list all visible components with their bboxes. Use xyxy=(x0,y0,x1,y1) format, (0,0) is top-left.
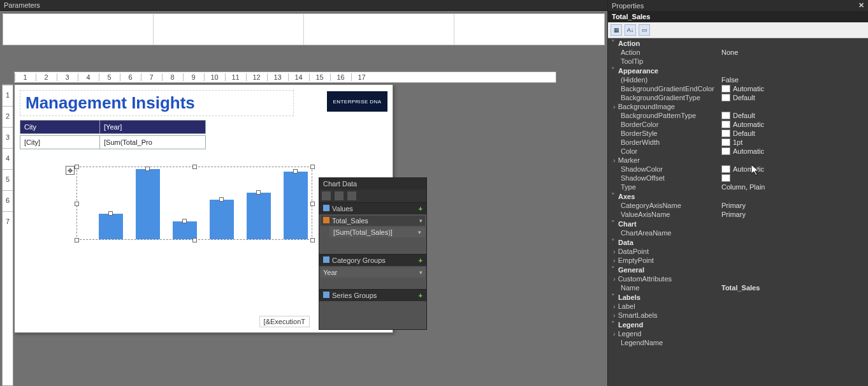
property-value[interactable]: Column, Plain xyxy=(719,183,868,191)
property-row[interactable]: BorderStyleDefault xyxy=(608,129,868,138)
add-value-icon[interactable]: + xyxy=(419,205,423,212)
property-group-label[interactable]: Legend xyxy=(618,321,643,329)
property-row[interactable]: ActionNone xyxy=(608,48,868,57)
alphabetical-view-button[interactable]: A↓ xyxy=(625,24,636,36)
selection-handle[interactable] xyxy=(75,202,79,206)
dropdown-caret-icon[interactable]: ▾ xyxy=(418,229,421,235)
expand-icon[interactable]: ˅ xyxy=(608,320,618,329)
category-item-year[interactable]: Year ▾ xyxy=(321,267,425,278)
property-row[interactable]: ›Label xyxy=(608,302,868,311)
values-well[interactable]: Total_Sales ▾ [Sum(Total_Sales)] ▾ xyxy=(319,214,426,254)
property-row[interactable]: BackgroundGradientEndColorAutomatic xyxy=(608,84,868,93)
series-well[interactable] xyxy=(319,301,426,329)
chart-bar[interactable] xyxy=(210,200,234,239)
logo-image[interactable]: ENTERPRISE DNA xyxy=(327,91,387,112)
values-item-aggregate[interactable]: [Sum(Total_Sales)] ▾ xyxy=(329,227,425,237)
dropdown-caret-icon[interactable]: ▾ xyxy=(419,218,423,224)
table-header-year[interactable]: [Year] xyxy=(100,121,205,133)
property-row[interactable]: ToolTip xyxy=(608,57,868,66)
param-cell[interactable] xyxy=(3,14,154,45)
design-surface[interactable]: 1234567891011121314151617 1234567 Manage… xyxy=(0,47,607,386)
expand-icon[interactable]: ˅ xyxy=(608,219,618,228)
selection-handle[interactable] xyxy=(192,165,197,169)
expand-icon[interactable]: ˅ xyxy=(608,192,618,200)
toolbar-icon[interactable] xyxy=(322,191,331,200)
property-row[interactable]: ›Legend xyxy=(608,329,868,338)
property-value[interactable]: Default xyxy=(719,112,868,119)
chart-bar[interactable] xyxy=(247,193,271,239)
move-handle-icon[interactable]: ✥ xyxy=(66,166,75,175)
selection-handle[interactable] xyxy=(192,238,197,242)
property-value[interactable]: Automatic xyxy=(719,147,868,155)
property-value[interactable]: None xyxy=(719,48,868,56)
expand-icon[interactable]: ˅ xyxy=(608,238,618,246)
table-row[interactable]: [City] [Sum(Total_Pro xyxy=(20,135,206,149)
property-value[interactable]: Total_Sales xyxy=(719,284,868,292)
property-value[interactable]: Primary xyxy=(719,211,868,218)
property-group-label[interactable]: General xyxy=(618,266,644,274)
property-row[interactable]: ChartAreaName xyxy=(608,228,868,237)
property-value[interactable]: Automatic xyxy=(719,165,868,173)
bar-node-handle[interactable] xyxy=(182,219,187,223)
property-row[interactable]: ValueAxisNamePrimary xyxy=(608,210,868,219)
selection-handle[interactable] xyxy=(310,238,315,242)
report-title[interactable]: Management Insights xyxy=(20,90,294,116)
param-cell[interactable] xyxy=(304,14,454,45)
property-row[interactable]: ColorAutomatic xyxy=(608,147,868,156)
add-series-icon[interactable]: + xyxy=(419,292,423,299)
bar-node-handle[interactable] xyxy=(145,167,150,171)
param-cell[interactable] xyxy=(154,14,304,45)
property-value[interactable]: Default xyxy=(719,94,868,101)
property-row[interactable]: ShadowColorAutomatic xyxy=(608,165,868,174)
table-cell-city[interactable]: [City] xyxy=(20,136,100,149)
properties-object-name[interactable]: Total_Sales xyxy=(608,11,868,22)
add-category-icon[interactable]: + xyxy=(419,256,423,264)
property-value[interactable]: 1pt xyxy=(719,138,868,146)
table-cell-total[interactable]: [Sum(Total_Pro xyxy=(100,136,205,149)
values-item-total-sales[interactable]: Total_Sales ▾ xyxy=(321,216,425,226)
expand-icon[interactable]: ˅ xyxy=(608,39,618,47)
property-row[interactable]: (Hidden)False xyxy=(608,75,868,84)
property-row[interactable]: BorderColorAutomatic xyxy=(608,120,868,129)
execution-time-textbox[interactable]: [&ExecutionT xyxy=(259,316,310,327)
property-row[interactable]: TypeColumn, Plain xyxy=(608,182,868,191)
property-pages-button[interactable]: ▭ xyxy=(639,24,650,36)
parameters-grid[interactable] xyxy=(3,13,605,45)
property-value[interactable]: Default xyxy=(719,130,868,137)
expand-icon[interactable]: ˅ xyxy=(608,66,618,75)
bar-node-handle[interactable] xyxy=(108,211,113,216)
selection-handle[interactable] xyxy=(75,238,79,242)
toolbar-icon[interactable] xyxy=(347,191,356,200)
property-row[interactable]: ›Marker xyxy=(608,156,868,165)
property-row[interactable]: LegendName xyxy=(608,338,868,347)
property-group-label[interactable]: Axes xyxy=(618,193,635,200)
property-group-label[interactable]: Appearance xyxy=(618,67,658,75)
chart-placeholder[interactable]: ✥ xyxy=(76,167,312,240)
property-row[interactable]: BorderWidth1pt xyxy=(608,138,868,147)
chart-bar[interactable] xyxy=(284,172,308,239)
categorized-view-button[interactable]: ▦ xyxy=(611,24,622,36)
property-value[interactable]: False xyxy=(719,76,868,84)
property-row[interactable]: ›BackgroundImage xyxy=(608,102,868,111)
properties-grid[interactable]: ˅ActionActionNoneToolTip˅Appearance(Hidd… xyxy=(608,38,868,386)
expand-icon[interactable]: ˅ xyxy=(608,265,618,274)
property-value[interactable]: Automatic xyxy=(719,85,868,93)
category-well[interactable]: Year ▾ xyxy=(319,266,426,289)
param-cell[interactable] xyxy=(454,14,604,45)
property-value[interactable]: Primary xyxy=(719,202,868,209)
category-groups-header[interactable]: Category Groups + xyxy=(319,254,426,266)
property-row[interactable]: BackgroundGradientTypeDefault xyxy=(608,93,868,102)
table-header[interactable]: City [Year] xyxy=(20,120,206,134)
property-row[interactable]: ›SmartLabels xyxy=(608,311,868,320)
bar-node-handle[interactable] xyxy=(219,197,224,202)
bar-node-handle[interactable] xyxy=(256,190,261,195)
series-groups-header[interactable]: Series Groups + xyxy=(319,289,426,301)
property-value[interactable] xyxy=(719,174,868,182)
bar-node-handle[interactable] xyxy=(293,169,298,174)
property-group-label[interactable]: Chart xyxy=(618,220,637,228)
values-section-header[interactable]: Values + xyxy=(319,202,426,214)
property-row[interactable]: BackgroundPatternTypeDefault xyxy=(608,111,868,120)
dropdown-caret-icon[interactable]: ▾ xyxy=(419,269,423,276)
property-group-label[interactable]: Action xyxy=(618,40,640,47)
selection-handle[interactable] xyxy=(310,202,315,206)
